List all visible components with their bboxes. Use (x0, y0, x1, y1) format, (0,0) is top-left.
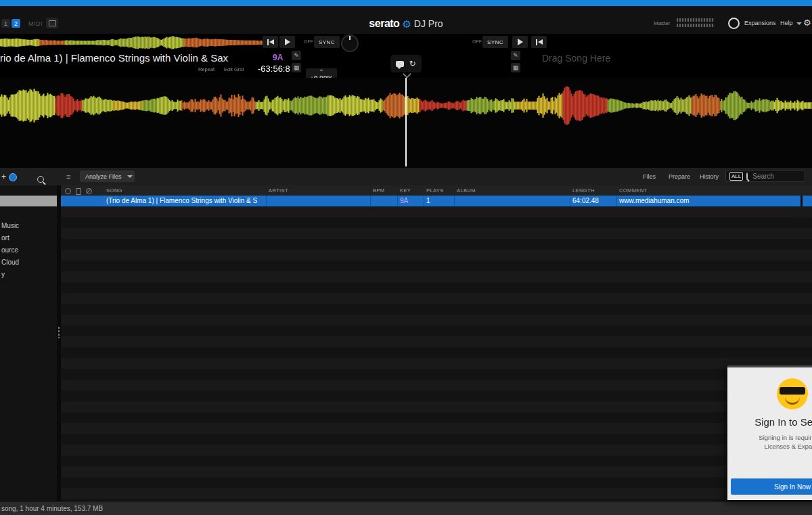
sign-in-now-button[interactable]: Sign In Now (731, 478, 812, 495)
caret-down-icon (127, 175, 133, 178)
sign-in-subtext-line2: Licenses & Expansi (727, 442, 812, 451)
library-search-icon[interactable] (37, 176, 44, 183)
chat-bubble-icon[interactable] (396, 61, 404, 67)
column-comment[interactable]: COMMENT (619, 187, 648, 194)
deck1-play-button[interactable] (279, 36, 295, 48)
deck1-skip-back-button[interactable] (263, 36, 278, 48)
deck-layout-2-button[interactable]: 2 (12, 19, 20, 28)
display-mode-button[interactable] (46, 18, 58, 28)
row-song: (Trio de Alma 1) | Flamenco Strings with… (106, 197, 257, 204)
row-comment: www.mediahuman.com (619, 197, 689, 204)
deck2-sync-button[interactable]: SYNC (482, 36, 508, 48)
sidebar-item-streaming[interactable]: y (0, 269, 58, 281)
skip-back-icon (267, 39, 269, 45)
search-field[interactable]: ALL (725, 170, 805, 182)
deck1-edit-key-button[interactable]: ✎ (292, 51, 301, 60)
column-divider (397, 196, 398, 206)
help-caret-icon (796, 22, 802, 25)
history-panel-button[interactable]: History (700, 173, 719, 180)
sidebar-item-soundcloud[interactable]: Cloud (0, 256, 58, 269)
deck2-sync-off-label[interactable]: OFF (472, 39, 482, 44)
prepare-panel-button[interactable]: Prepare (669, 173, 690, 180)
deck1-time-remaining: -63:56:8 (258, 64, 290, 74)
deck1-edit-grid-button[interactable]: Edit Grid (224, 66, 244, 72)
column-plays[interactable]: PLAYS (426, 187, 444, 194)
sidebar-item-beatport[interactable]: ort (0, 232, 58, 244)
header: 1 2 MIDI serato ⚙ DJ Pro Master Expansio… (0, 6, 812, 35)
deck1-track-title: rio de Alma 1) | Flamenco Strings with V… (0, 52, 252, 64)
column-length[interactable]: LENGTH (572, 187, 595, 194)
sidebar-item-beatsource[interactable]: ource (0, 244, 58, 256)
files-panel-button[interactable]: Files (643, 173, 656, 180)
library-table-header: SONG ARTIST BPM KEY PLAYS ALBUM LENGTH C… (61, 185, 812, 196)
library-view-icon[interactable]: ≡ (66, 173, 70, 181)
master-meter-right (677, 24, 715, 27)
status-icon[interactable] (86, 188, 92, 194)
file-type-icon[interactable] (76, 188, 81, 195)
deck2-play-button[interactable] (512, 36, 528, 48)
pencil-icon: ✎ (294, 52, 299, 59)
grid-icon: ▦ (513, 64, 519, 71)
deck2-drag-song-here[interactable]: Drag Song Here (542, 53, 610, 64)
column-divider (424, 196, 424, 206)
skip-back-icon-triangle (538, 39, 543, 45)
play-icon (518, 39, 523, 45)
add-crate-button[interactable]: + (1, 173, 6, 181)
logo-product-text: DJ Pro (414, 18, 443, 29)
midi-button[interactable]: MIDI (28, 20, 43, 27)
settings-gear-button[interactable]: ⚙ (803, 18, 811, 27)
column-artist[interactable]: ARTIST (269, 187, 288, 194)
deck-layout-1-button[interactable]: 1 (1, 19, 10, 28)
sidebar-item-music[interactable]: Music (0, 220, 58, 232)
logo-serato-text: serato (369, 18, 399, 30)
help-button[interactable]: Help (780, 20, 793, 26)
play-icon (285, 39, 290, 45)
smart-crate-icon[interactable] (9, 173, 17, 181)
column-divider (570, 196, 570, 206)
column-album[interactable]: ALBUM (457, 187, 476, 194)
sign-in-subtext: Signing in is required to Licenses & Exp… (727, 433, 812, 451)
deck1-track-overview[interactable] (0, 36, 264, 49)
deck2-beatgrid-button[interactable]: ▦ (511, 63, 520, 72)
master-label: Master (654, 20, 670, 26)
master-meter-left (677, 18, 715, 22)
column-key[interactable]: KEY (400, 187, 411, 194)
column-bpm[interactable]: BPM (373, 187, 384, 194)
deck1-sync-button[interactable]: SYNC (314, 36, 340, 48)
table-row-selected[interactable]: (Trio de Alma 1) | Flamenco Strings with… (61, 196, 812, 206)
deck2-skip-back-button[interactable] (531, 36, 547, 48)
skip-back-icon-triangle (269, 39, 274, 45)
deck1-filter-knob[interactable] (341, 35, 359, 52)
pitch-up-icon (319, 69, 323, 71)
deck1-beatgrid-button[interactable]: ▦ (292, 63, 301, 72)
sidebar-selected-crate[interactable] (0, 196, 57, 206)
deck1-key: 9A (273, 53, 283, 62)
practice-mode-icon[interactable] (728, 18, 740, 29)
library-status-text: song, 1 hour 4 minutes, 153.7 MB (1, 505, 103, 512)
expansions-button[interactable]: Expansions (744, 20, 776, 26)
deck1-repeat-button[interactable]: Repeat (198, 66, 215, 72)
column-song[interactable]: SONG (106, 187, 122, 194)
analyze-files-button[interactable]: Analyze Files (80, 171, 127, 182)
deck2-edit-key-button[interactable]: ✎ (511, 51, 520, 60)
row-end-gap (800, 196, 803, 206)
titlebar (0, 0, 812, 6)
playhead-line (405, 78, 407, 166)
analyze-files-dropdown[interactable] (125, 171, 135, 182)
search-scope-all[interactable]: ALL (729, 172, 743, 181)
library-table-rows[interactable] (61, 206, 812, 501)
sunglasses-emoji-icon (777, 378, 808, 409)
serato-logo: serato ⚙ DJ Pro (369, 18, 443, 30)
search-input[interactable] (751, 172, 801, 181)
pencil-icon: ✎ (513, 52, 518, 59)
row-length: 64:02.48 (572, 197, 599, 204)
library-toolbar: + ≡ Analyze Files Files Prepare History … (0, 168, 812, 186)
display-icon (49, 20, 56, 26)
info-icon[interactable] (65, 188, 71, 194)
loop-icon[interactable]: ↻ (409, 60, 415, 68)
column-divider (616, 196, 617, 206)
deck1-sync-off-label[interactable]: OFF (304, 39, 313, 44)
deck-section: OFF SYNC rio de Alma 1) | Flamenco Strin… (0, 34, 812, 78)
sign-in-panel: Sign In to Serato Signing in is required… (727, 365, 812, 500)
column-divider (370, 196, 371, 206)
